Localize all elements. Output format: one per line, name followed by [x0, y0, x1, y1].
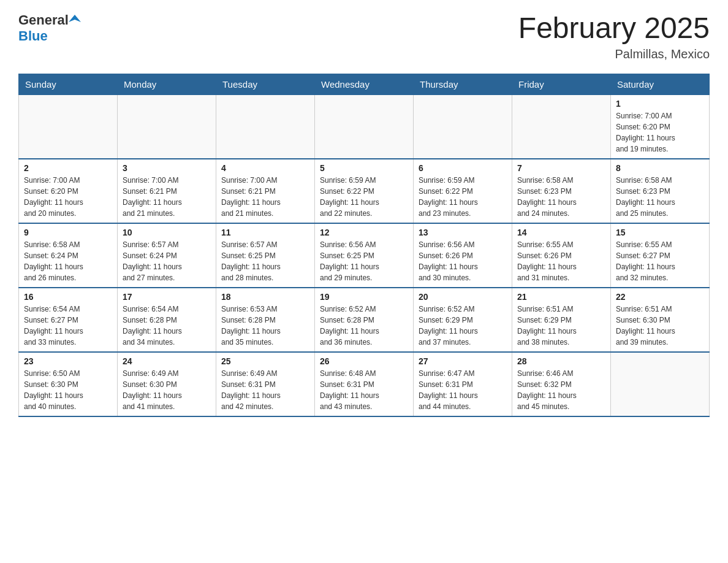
calendar-cell: 23Sunrise: 6:50 AMSunset: 6:30 PMDayligh…	[19, 352, 118, 416]
svg-marker-0	[69, 15, 81, 22]
calendar-cell: 15Sunrise: 6:55 AMSunset: 6:27 PMDayligh…	[611, 223, 710, 288]
day-info: Sunrise: 6:46 AMSunset: 6:32 PMDaylight:…	[517, 368, 605, 412]
day-number: 12	[320, 228, 408, 237]
calendar-cell: 14Sunrise: 6:55 AMSunset: 6:26 PMDayligh…	[512, 223, 611, 288]
day-info: Sunrise: 7:00 AMSunset: 6:20 PMDaylight:…	[616, 110, 704, 155]
day-number: 15	[616, 228, 704, 237]
day-number: 24	[123, 356, 211, 366]
day-info: Sunrise: 6:48 AMSunset: 6:31 PMDaylight:…	[320, 368, 408, 412]
calendar-cell: 18Sunrise: 6:53 AMSunset: 6:28 PMDayligh…	[216, 288, 315, 352]
day-info: Sunrise: 6:56 AMSunset: 6:26 PMDaylight:…	[419, 239, 507, 283]
day-number: 11	[221, 228, 309, 237]
calendar-cell: 10Sunrise: 6:57 AMSunset: 6:24 PMDayligh…	[118, 223, 216, 288]
title-area: February 2025 Palmillas, Mexico	[518, 12, 710, 61]
day-info: Sunrise: 6:55 AMSunset: 6:26 PMDaylight:…	[517, 239, 605, 283]
header-friday: Friday	[512, 74, 611, 94]
day-number: 4	[221, 163, 309, 173]
day-number: 8	[616, 163, 704, 173]
day-number: 19	[320, 292, 408, 302]
calendar-header: SundayMondayTuesdayWednesdayThursdayFrid…	[19, 74, 710, 94]
day-number: 26	[320, 356, 408, 366]
day-number: 17	[123, 292, 211, 302]
calendar-cell: 5Sunrise: 6:59 AMSunset: 6:22 PMDaylight…	[315, 159, 414, 223]
day-info: Sunrise: 6:54 AMSunset: 6:28 PMDaylight:…	[123, 304, 211, 348]
day-number: 3	[123, 163, 211, 173]
calendar-cell: 13Sunrise: 6:56 AMSunset: 6:26 PMDayligh…	[414, 223, 512, 288]
header-thursday: Thursday	[414, 74, 512, 94]
day-info: Sunrise: 6:52 AMSunset: 6:29 PMDaylight:…	[419, 304, 507, 348]
logo-general-text: General	[18, 12, 69, 28]
day-info: Sunrise: 6:57 AMSunset: 6:24 PMDaylight:…	[123, 239, 211, 283]
weekday-header-row: SundayMondayTuesdayWednesdayThursdayFrid…	[19, 74, 710, 94]
day-number: 2	[24, 163, 112, 173]
day-info: Sunrise: 6:54 AMSunset: 6:27 PMDaylight:…	[24, 304, 112, 348]
calendar-cell: 21Sunrise: 6:51 AMSunset: 6:29 PMDayligh…	[512, 288, 611, 352]
calendar-cell	[19, 94, 118, 159]
calendar-cell: 25Sunrise: 6:49 AMSunset: 6:31 PMDayligh…	[216, 352, 315, 416]
day-info: Sunrise: 7:00 AMSunset: 6:20 PMDaylight:…	[24, 175, 112, 219]
day-info: Sunrise: 6:55 AMSunset: 6:27 PMDaylight:…	[616, 239, 704, 283]
day-info: Sunrise: 6:59 AMSunset: 6:22 PMDaylight:…	[419, 175, 507, 219]
day-info: Sunrise: 6:56 AMSunset: 6:25 PMDaylight:…	[320, 239, 408, 283]
day-info: Sunrise: 7:00 AMSunset: 6:21 PMDaylight:…	[123, 175, 211, 219]
calendar-cell: 28Sunrise: 6:46 AMSunset: 6:32 PMDayligh…	[512, 352, 611, 416]
day-number: 10	[123, 228, 211, 237]
calendar-cell	[118, 94, 216, 159]
day-info: Sunrise: 6:52 AMSunset: 6:28 PMDaylight:…	[320, 304, 408, 348]
logo: General Blue	[18, 12, 82, 44]
month-title: February 2025	[518, 12, 710, 45]
week-row-4: 16Sunrise: 6:54 AMSunset: 6:27 PMDayligh…	[19, 288, 710, 352]
day-info: Sunrise: 6:53 AMSunset: 6:28 PMDaylight:…	[221, 304, 309, 348]
day-info: Sunrise: 6:49 AMSunset: 6:30 PMDaylight:…	[123, 368, 211, 412]
day-number: 27	[419, 356, 507, 366]
calendar-cell	[216, 94, 315, 159]
day-number: 9	[24, 228, 112, 237]
calendar-cell: 2Sunrise: 7:00 AMSunset: 6:20 PMDaylight…	[19, 159, 118, 223]
calendar-cell: 3Sunrise: 7:00 AMSunset: 6:21 PMDaylight…	[118, 159, 216, 223]
calendar-cell	[315, 94, 414, 159]
calendar-cell: 7Sunrise: 6:58 AMSunset: 6:23 PMDaylight…	[512, 159, 611, 223]
day-number: 28	[517, 356, 605, 366]
week-row-5: 23Sunrise: 6:50 AMSunset: 6:30 PMDayligh…	[19, 352, 710, 416]
calendar-cell: 6Sunrise: 6:59 AMSunset: 6:22 PMDaylight…	[414, 159, 512, 223]
day-number: 18	[221, 292, 309, 302]
calendar-cell: 24Sunrise: 6:49 AMSunset: 6:30 PMDayligh…	[118, 352, 216, 416]
calendar-cell: 9Sunrise: 6:58 AMSunset: 6:24 PMDaylight…	[19, 223, 118, 288]
calendar-table: SundayMondayTuesdayWednesdayThursdayFrid…	[18, 74, 710, 417]
day-info: Sunrise: 6:58 AMSunset: 6:24 PMDaylight:…	[24, 239, 112, 283]
day-number: 20	[419, 292, 507, 302]
day-number: 1	[616, 99, 704, 109]
day-number: 16	[24, 292, 112, 302]
day-number: 13	[419, 228, 507, 237]
calendar-cell: 8Sunrise: 6:58 AMSunset: 6:23 PMDaylight…	[611, 159, 710, 223]
day-info: Sunrise: 7:00 AMSunset: 6:21 PMDaylight:…	[221, 175, 309, 219]
day-info: Sunrise: 6:51 AMSunset: 6:30 PMDaylight:…	[616, 304, 704, 348]
header-tuesday: Tuesday	[216, 74, 315, 94]
page-header: General Blue February 2025 Palmillas, Me…	[18, 12, 710, 61]
day-number: 21	[517, 292, 605, 302]
calendar-cell: 20Sunrise: 6:52 AMSunset: 6:29 PMDayligh…	[414, 288, 512, 352]
calendar-cell	[414, 94, 512, 159]
logo-blue-text: Blue	[18, 28, 48, 44]
header-sunday: Sunday	[19, 74, 118, 94]
day-number: 5	[320, 163, 408, 173]
week-row-1: 1Sunrise: 7:00 AMSunset: 6:20 PMDaylight…	[19, 94, 710, 159]
day-info: Sunrise: 6:57 AMSunset: 6:25 PMDaylight:…	[221, 239, 309, 283]
day-number: 7	[517, 163, 605, 173]
day-number: 25	[221, 356, 309, 366]
calendar-cell: 27Sunrise: 6:47 AMSunset: 6:31 PMDayligh…	[414, 352, 512, 416]
day-info: Sunrise: 6:59 AMSunset: 6:22 PMDaylight:…	[320, 175, 408, 219]
logo-arrow-icon	[69, 13, 82, 27]
week-row-2: 2Sunrise: 7:00 AMSunset: 6:20 PMDaylight…	[19, 159, 710, 223]
calendar-cell	[611, 352, 710, 416]
header-saturday: Saturday	[611, 74, 710, 94]
header-wednesday: Wednesday	[315, 74, 414, 94]
day-info: Sunrise: 6:51 AMSunset: 6:29 PMDaylight:…	[517, 304, 605, 348]
day-info: Sunrise: 6:50 AMSunset: 6:30 PMDaylight:…	[24, 368, 112, 412]
week-row-3: 9Sunrise: 6:58 AMSunset: 6:24 PMDaylight…	[19, 223, 710, 288]
day-info: Sunrise: 6:47 AMSunset: 6:31 PMDaylight:…	[419, 368, 507, 412]
calendar-cell: 11Sunrise: 6:57 AMSunset: 6:25 PMDayligh…	[216, 223, 315, 288]
calendar-cell: 26Sunrise: 6:48 AMSunset: 6:31 PMDayligh…	[315, 352, 414, 416]
day-number: 23	[24, 356, 112, 366]
calendar-cell: 19Sunrise: 6:52 AMSunset: 6:28 PMDayligh…	[315, 288, 414, 352]
